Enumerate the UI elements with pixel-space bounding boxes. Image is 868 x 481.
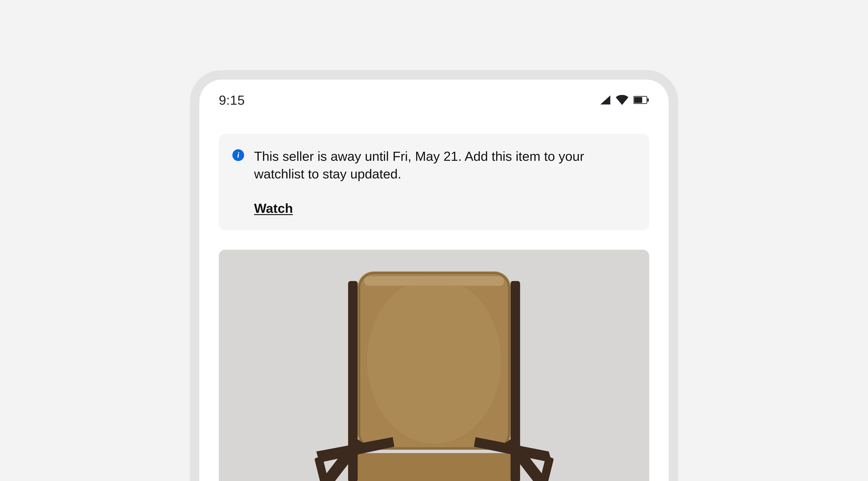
svg-rect-2: [647, 98, 649, 101]
watch-link[interactable]: Watch: [254, 201, 293, 216]
status-icons: [600, 95, 649, 105]
notice-body: This seller is away until Fri, May 21. A…: [254, 147, 636, 216]
wifi-icon: [616, 95, 628, 105]
product-image-container[interactable]: [219, 250, 649, 481]
product-image: [275, 259, 593, 481]
notice-message: This seller is away until Fri, May 21. A…: [254, 147, 636, 183]
seller-away-notice: i This seller is away until Fri, May 21.…: [219, 134, 649, 230]
phone-frame: 9:15: [190, 70, 678, 481]
canvas: 9:15: [0, 0, 868, 481]
status-time: 9:15: [219, 92, 245, 108]
svg-rect-1: [634, 97, 642, 103]
battery-icon: [633, 96, 649, 104]
cellular-signal-icon: [600, 95, 611, 105]
info-icon: i: [232, 149, 244, 161]
phone-screen: 9:15: [199, 80, 669, 481]
status-bar: 9:15: [219, 80, 649, 120]
svg-rect-6: [348, 453, 520, 481]
svg-point-15: [367, 278, 501, 444]
